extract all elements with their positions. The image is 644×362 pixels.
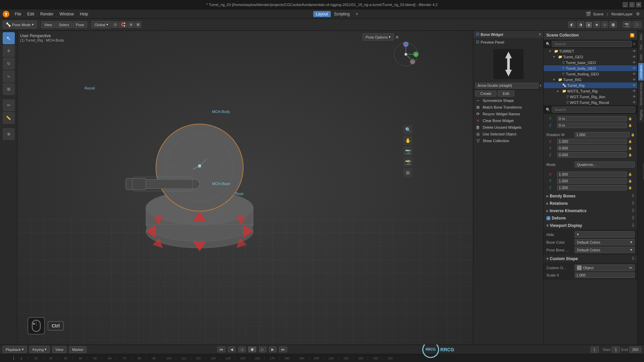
tree-item-footing-geo[interactable]: ▸ ▽ Turret_footing_GEO 👁 — [544, 71, 637, 77]
frame-70[interactable]: 70 — [117, 357, 131, 360]
close-button[interactable]: ✕ — [636, 2, 641, 7]
rotation-w-value[interactable]: 1.000 — [575, 132, 630, 137]
view-menu[interactable]: File View — [41, 21, 55, 28]
resync-action[interactable]: ⟳ Resync Widget Names — [473, 111, 543, 117]
frame-160[interactable]: 160 — [250, 357, 264, 360]
side-tab-screen[interactable]: Screencast Keys — [638, 81, 644, 108]
frame-250[interactable]: 250 — [382, 357, 397, 360]
frame-230[interactable]: 230 — [353, 357, 368, 360]
camera-add-icon[interactable]: 📸 — [403, 157, 413, 167]
side-tab-view[interactable]: View — [638, 52, 644, 63]
sy-lock[interactable]: 🔒 — [628, 179, 632, 183]
frame-180[interactable]: 180 — [279, 357, 294, 360]
preview-panel-toggle[interactable]: ☑ Preview Panel — [473, 38, 543, 46]
next-frame-button[interactable]: ▶ — [269, 347, 276, 352]
tree-item-aim[interactable]: ▸ ▽ WGT-Turret_Rig_Aim 👁 — [544, 94, 637, 100]
search-input[interactable] — [552, 41, 632, 47]
select-menu[interactable]: Select — [56, 21, 72, 28]
frame-210[interactable]: 210 — [323, 357, 338, 360]
side-tab-tool[interactable]: Tool — [638, 43, 644, 52]
jump-start-button[interactable]: ⏮ — [217, 347, 225, 352]
mode-dropdown[interactable]: Quaternio... — [575, 162, 635, 168]
tree-item-base-geo[interactable]: ▸ ▽ Turret_base_GEO 👁 — [544, 60, 637, 65]
symmetrize-action[interactable]: ↔ Symmetrize Shape — [473, 97, 543, 104]
view-dropdown[interactable]: View — [52, 346, 66, 353]
props-search-input[interactable] — [552, 107, 635, 113]
filter-icon[interactable]: 🔽 — [630, 33, 635, 38]
edit-button[interactable]: Edit — [498, 90, 514, 97]
rx-value[interactable]: 1.000 — [557, 139, 627, 144]
workspace-add[interactable]: + — [353, 11, 361, 17]
frame-240[interactable]: 240 — [368, 357, 382, 360]
eye-icon-base[interactable]: 👁 — [633, 61, 636, 64]
tree-item-turret-geo[interactable]: ▾ 📁 Turret_GEO 👁 — [544, 54, 637, 60]
frame-220[interactable]: 220 — [338, 357, 353, 360]
viewport-shading-3[interactable]: ● — [586, 22, 592, 28]
tree-item-turret[interactable]: ▾ 📁 TURRET 👁 — [544, 48, 637, 54]
tree-item-turret-rig[interactable]: ▾ 📁 Turret_RIG 👁 — [544, 77, 637, 82]
viewport-shading-1[interactable]: ◐ — [568, 21, 576, 28]
tool-cursor[interactable]: ⊕ — [3, 128, 15, 140]
camera-control[interactable]: 📷 — [623, 21, 631, 28]
keying-dropdown[interactable]: Keying ▾ — [30, 346, 50, 353]
tree-item-recoil[interactable]: ▸ ▽ WGT-Turret_Rig_Recoil 👁 — [544, 100, 637, 105]
bone-widget-header[interactable]: ☑ Bone Widget ▾ — [473, 31, 543, 38]
mode-select[interactable]: 🦴 Pose Mode ▾ — [3, 21, 37, 28]
tool-measure[interactable]: 📏 — [3, 112, 15, 124]
proportional-button[interactable]: ⊚ — [128, 21, 134, 28]
end-frame[interactable]: 250 — [629, 347, 641, 353]
frame-50[interactable]: 50 — [87, 357, 102, 360]
scale-x-value[interactable]: 1.000 — [575, 273, 635, 278]
delete-unused-action[interactable]: 🗑 Delete Unused Widgets — [473, 124, 543, 131]
global-transform[interactable]: Global ▾ — [92, 21, 111, 28]
deform-section-header[interactable]: ✓ Deform ⠿ — [544, 215, 637, 222]
tool-annotate[interactable]: ✏ — [3, 99, 15, 111]
camera-view-icon[interactable]: 📷 — [403, 146, 413, 156]
eye-icon-aim[interactable]: 👁 — [633, 95, 636, 99]
widget-dropdown[interactable]: Arrow Double (straight) — [475, 83, 538, 88]
tool-move[interactable]: ✛ — [3, 45, 15, 57]
rz-value[interactable]: 0.000 — [557, 152, 627, 158]
frame-100[interactable]: 100 — [161, 357, 176, 360]
eye-icon-turret[interactable]: 👁 — [633, 49, 636, 53]
rotation-w-lock[interactable]: 🔒 — [631, 133, 635, 136]
close-overlay-button[interactable]: ✕ — [395, 34, 399, 41]
side-tab-anim[interactable]: Animation — [638, 63, 644, 80]
nav-gizmo[interactable]: Z Y X — [392, 41, 419, 68]
snap-button[interactable]: 🧲 — [119, 21, 127, 28]
clear-bone-action[interactable]: ✕ Clear Bone Widget — [473, 117, 543, 124]
tree-item-rig-object[interactable]: ▸ 🦴 Turret_Rig 👁 — [544, 82, 637, 88]
sx-lock[interactable]: 🔒 — [628, 173, 632, 176]
bendy-bones-drag[interactable]: ⠿ — [632, 194, 635, 198]
frame-190[interactable]: 190 — [294, 357, 309, 360]
eye-icon-body[interactable]: 👁 — [633, 66, 636, 70]
tool-select[interactable]: ↖ — [3, 32, 15, 44]
tool-transform[interactable]: ⊞ — [3, 83, 15, 95]
menu-window[interactable]: Window — [57, 11, 76, 17]
tool-scale[interactable]: ⤡ — [3, 70, 15, 82]
frame-40[interactable]: 40 — [72, 357, 87, 360]
deform-drag[interactable]: ⠿ — [632, 216, 635, 221]
edit-icon[interactable]: ✏ — [629, 266, 632, 270]
pose-menu[interactable]: Pose — [73, 21, 87, 28]
bone-color-dropdown[interactable]: Default Colors ▾ — [575, 239, 635, 245]
frame-200[interactable]: 200 — [309, 357, 323, 360]
frame-60[interactable]: 60 — [102, 357, 117, 360]
workspace-scripting[interactable]: Scripting — [331, 11, 353, 17]
marker-dropdown[interactable]: Marker — [69, 346, 87, 353]
pose-options-button[interactable]: Pose Options ▾ — [363, 34, 394, 41]
play-back-button[interactable]: ◁ — [238, 347, 246, 352]
deform-checkbox[interactable]: ✓ — [546, 216, 550, 220]
y-value[interactable]: 0 m — [557, 116, 627, 121]
rx-lock[interactable]: 🔒 — [628, 140, 632, 143]
viewport-shading-4[interactable]: ◈ — [593, 21, 600, 28]
y-lock-icon[interactable]: 🔒 — [628, 117, 632, 120]
frame-170[interactable]: 170 — [264, 357, 279, 360]
ry-lock[interactable]: 🔒 — [628, 146, 632, 150]
frame-30[interactable]: 30 — [58, 357, 72, 360]
maximize-button[interactable]: □ — [629, 2, 635, 7]
zoom-icon[interactable]: 🔍 — [403, 125, 413, 134]
menu-render[interactable]: Render — [38, 11, 56, 17]
rz-lock[interactable]: 🔒 — [628, 153, 632, 157]
window-controls[interactable]: _ □ ✕ — [623, 2, 641, 7]
